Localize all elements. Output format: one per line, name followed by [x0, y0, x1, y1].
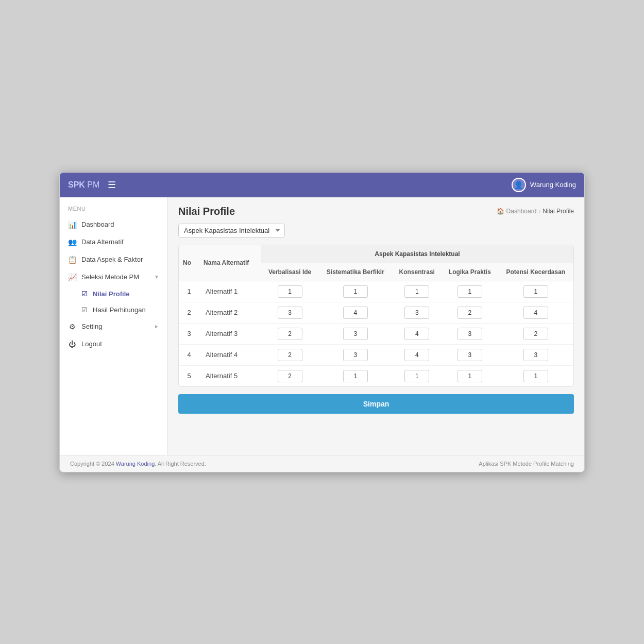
footer-brand-link[interactable]: Warung Koding — [116, 461, 155, 467]
main-content: Nilai Profile 🏠 Dashboard › Nilai Profil… — [168, 197, 584, 455]
input-verbalisasi-0[interactable] — [278, 285, 302, 298]
cell-no-1: 2 — [179, 302, 199, 323]
breadcrumb-current: Nilai Profile — [543, 208, 574, 215]
sidebar-item-nilai-profile[interactable]: ☑ Nilai Profile — [60, 286, 167, 302]
cell-no-3: 4 — [179, 344, 199, 365]
input-sistematika-2[interactable] — [343, 328, 368, 340]
cell-verbalisasi-1 — [261, 302, 318, 323]
sidebar-item-data-aspek[interactable]: 📋 Data Aspek & Faktor — [60, 251, 167, 268]
input-potensi-2[interactable] — [523, 328, 548, 340]
cell-konsentrasi-1 — [393, 302, 442, 323]
hamburger-icon[interactable]: ☰ — [108, 179, 116, 191]
cell-logika-0 — [442, 281, 498, 302]
input-verbalisasi-3[interactable] — [278, 349, 302, 361]
data-alternatif-icon: 👥 — [68, 238, 76, 246]
data-table-card: No Nama Alternatif Aspek Kapasistas Inte… — [178, 245, 574, 387]
input-sistematika-0[interactable] — [343, 285, 368, 298]
input-logika-0[interactable] — [457, 285, 482, 298]
sidebar-nilai-profile-label: Nilai Profile — [93, 290, 130, 298]
save-button[interactable]: Simpan — [178, 394, 574, 414]
sidebar-item-data-alternatif[interactable]: 👥 Data Alternatif — [60, 233, 167, 251]
sidebar-item-dashboard[interactable]: 📊 Dashboard — [60, 216, 167, 233]
sidebar-item-logout[interactable]: ⏻ Logout — [60, 335, 167, 353]
cell-verbalisasi-0 — [261, 281, 318, 302]
cell-verbalisasi-2 — [261, 323, 318, 344]
input-konsentrasi-1[interactable] — [404, 307, 429, 319]
data-aspek-icon: 📋 — [68, 256, 76, 264]
aspect-filter-select[interactable]: Aspek Kapasistas Intelektual — [178, 224, 285, 238]
input-logika-1[interactable] — [457, 307, 482, 319]
top-navbar: SPK PM ☰ 👤 Warung Koding — [60, 173, 584, 197]
user-avatar-icon: 👤 — [512, 178, 526, 192]
input-potensi-3[interactable] — [523, 349, 548, 361]
table-row: 5 Alternatif 5 — [179, 365, 573, 386]
input-logika-3[interactable] — [457, 349, 482, 361]
breadcrumb: 🏠 Dashboard › Nilai Profile — [497, 208, 574, 215]
input-sistematika-4[interactable] — [343, 370, 368, 382]
cell-konsentrasi-2 — [393, 323, 442, 344]
col-logika-header: Logika Praktis — [442, 263, 498, 281]
main-layout: Menu 📊 Dashboard 👥 Data Alternatif 📋 Dat… — [60, 197, 584, 455]
nilai-profile-table: No Nama Alternatif Aspek Kapasistas Inte… — [179, 245, 573, 386]
input-potensi-1[interactable] — [523, 307, 548, 319]
input-logika-4[interactable] — [457, 370, 482, 382]
sidebar-item-seleksi-metode[interactable]: 📈 Seleksi Metode PM ▼ — [60, 268, 167, 286]
table-row: 4 Alternatif 4 — [179, 344, 573, 365]
cell-sistematika-0 — [318, 281, 392, 302]
cell-konsentrasi-3 — [393, 344, 442, 365]
sidebar-data-aspek-label: Data Aspek & Faktor — [81, 256, 143, 263]
cell-potensi-2 — [498, 323, 573, 344]
aspect-group-header: Aspek Kapasistas Intelektual — [261, 245, 573, 263]
table-row: 3 Alternatif 3 — [179, 323, 573, 344]
table-row: 2 Alternatif 2 — [179, 302, 573, 323]
cell-logika-3 — [442, 344, 498, 365]
footer-copyright: Copyright © 2024 Warung Koding. All Righ… — [70, 461, 206, 467]
sidebar-menu-label: Menu — [60, 204, 167, 216]
cell-nama-0: Alternatif 1 — [199, 281, 261, 302]
setting-icon: ⚙ — [68, 323, 76, 331]
input-sistematika-3[interactable] — [343, 349, 368, 361]
input-verbalisasi-2[interactable] — [278, 328, 302, 340]
chevron-setting-icon: ► — [154, 324, 159, 329]
filter-row: Aspek Kapasistas Intelektual — [178, 224, 574, 238]
footer: Copyright © 2024 Warung Koding. All Righ… — [60, 455, 584, 472]
input-verbalisasi-1[interactable] — [278, 307, 302, 319]
sidebar-item-hasil-perhitungan[interactable]: ☑ Hasil Perhitungan — [60, 302, 167, 318]
input-logika-2[interactable] — [457, 328, 482, 340]
sidebar-logout-label: Logout — [81, 340, 102, 348]
sidebar-seleksi-metode-label: Seleksi Metode PM — [81, 273, 139, 281]
hasil-perhitungan-icon: ☑ — [81, 306, 88, 314]
seleksi-metode-icon: 📈 — [68, 273, 76, 281]
input-konsentrasi-2[interactable] — [404, 328, 429, 340]
cell-sistematika-1 — [318, 302, 392, 323]
input-konsentrasi-3[interactable] — [404, 349, 429, 361]
sidebar-data-alternatif-label: Data Alternatif — [81, 238, 124, 246]
top-nav-right: 👤 Warung Koding — [512, 178, 576, 192]
cell-logika-4 — [442, 365, 498, 386]
footer-app-name: Aplikasi SPK Metode Profile Matching — [479, 461, 574, 467]
input-verbalisasi-4[interactable] — [278, 370, 302, 382]
input-potensi-0[interactable] — [523, 285, 548, 298]
input-potensi-4[interactable] — [523, 370, 548, 382]
col-potensi-header: Potensi Kecerdasan — [498, 263, 573, 281]
sidebar: Menu 📊 Dashboard 👥 Data Alternatif 📋 Dat… — [60, 197, 168, 455]
home-icon: 🏠 — [497, 208, 504, 215]
cell-no-4: 5 — [179, 365, 199, 386]
sidebar-item-setting[interactable]: ⚙ Setting ► — [60, 318, 167, 335]
chevron-down-icon: ▼ — [154, 274, 159, 280]
input-sistematika-1[interactable] — [343, 307, 368, 319]
col-konsentrasi-header: Konsentrasi — [393, 263, 442, 281]
col-verbalisasi-header: Verbalisasi Ide — [261, 263, 318, 281]
cell-konsentrasi-0 — [393, 281, 442, 302]
top-nav-left: SPK PM ☰ — [68, 179, 116, 191]
cell-verbalisasi-4 — [261, 365, 318, 386]
table-row: 1 Alternatif 1 — [179, 281, 573, 302]
cell-no-0: 1 — [179, 281, 199, 302]
input-konsentrasi-0[interactable] — [404, 285, 429, 298]
cell-sistematika-4 — [318, 365, 392, 386]
input-konsentrasi-4[interactable] — [404, 370, 429, 382]
breadcrumb-separator: › — [538, 208, 540, 215]
cell-nama-3: Alternatif 4 — [199, 344, 261, 365]
cell-logika-2 — [442, 323, 498, 344]
cell-nama-4: Alternatif 5 — [199, 365, 261, 386]
